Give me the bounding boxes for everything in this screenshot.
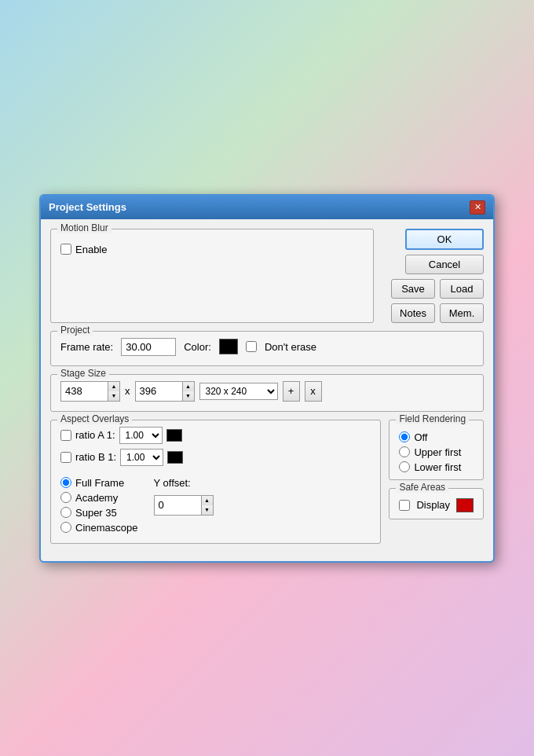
full-frame-row: Full Frame	[60, 477, 138, 489]
aspect-overlays-section: Aspect Overlays ratio A 1: 1.00 1.33 1.7…	[50, 420, 381, 544]
academy-row: Academy	[60, 492, 138, 504]
safe-areas-label: Safe Areas	[396, 482, 448, 493]
project-label: Project	[57, 325, 93, 336]
preset-dropdown[interactable]: 320 x 240 640 x 480 1280 x 720 1920 x 10…	[199, 383, 278, 400]
save-load-pair: Save Load	[391, 279, 484, 299]
height-arrows: ▲ ▼	[182, 381, 195, 402]
width-input[interactable]	[60, 381, 108, 402]
width-spinner: ▲ ▼	[60, 381, 120, 402]
dont-erase-label: Don't erase	[265, 341, 316, 353]
field-upper-label: Upper first	[414, 446, 461, 458]
aspect-overlays-label: Aspect Overlays	[57, 413, 132, 424]
safe-display-row: Display	[399, 498, 474, 512]
field-radio-group: Off Upper first Lower first	[399, 431, 474, 473]
width-arrows: ▲ ▼	[108, 381, 120, 402]
field-off-radio[interactable]	[399, 431, 410, 442]
frame-y-row: Full Frame Academy Super 35 Cinemas	[60, 471, 371, 534]
project-row: Frame rate: Color: Don't erase	[60, 338, 474, 356]
safe-color-swatch[interactable]	[456, 498, 474, 512]
load-button[interactable]: Load	[440, 279, 484, 299]
y-offset-down-arrow[interactable]: ▼	[202, 505, 213, 515]
width-up-arrow[interactable]: ▲	[108, 382, 119, 391]
enable-checkbox[interactable]	[60, 244, 71, 255]
field-off-label: Off	[414, 431, 427, 443]
color-label: Color:	[184, 341, 211, 353]
frame-rate-label: Frame rate:	[60, 341, 113, 353]
notes-button[interactable]: Notes	[391, 303, 435, 323]
motion-blur-label: Motion Blur	[57, 222, 112, 233]
remove-preset-button[interactable]: x	[305, 381, 322, 402]
super35-row: Super 35	[60, 507, 138, 519]
dont-erase-checkbox[interactable]	[246, 341, 257, 352]
color-swatch[interactable]	[219, 339, 238, 354]
super35-radio[interactable]	[60, 507, 71, 518]
field-rendering-section: Field Rendering Off Upper first Lower	[389, 420, 484, 480]
ratio-a-row: ratio A 1: 1.00 1.33 1.78	[60, 427, 371, 444]
dialog-body: Motion Blur Enable OK Cancel Save Load N…	[41, 219, 493, 561]
academy-radio[interactable]	[60, 492, 71, 503]
safe-display-label: Display	[416, 499, 450, 511]
stage-size-label: Stage Size	[57, 368, 109, 379]
motion-blur-section: Motion Blur Enable	[50, 229, 374, 323]
ratio-b-row: ratio B 1: 1.00 1.33 1.78	[60, 449, 371, 466]
project-section: Project Frame rate: Color: Don't erase	[50, 331, 484, 366]
field-rendering-label: Field Rendering	[396, 413, 469, 424]
ratio-b-dropdown[interactable]: 1.00 1.33 1.78	[120, 449, 163, 466]
x-separator: x	[125, 385, 130, 397]
safe-areas-section: Safe Areas Display	[389, 488, 484, 519]
stage-size-section: Stage Size ▲ ▼ x ▲ ▼	[50, 374, 484, 412]
buttons-column: OK Cancel Save Load Notes Mem.	[382, 229, 484, 331]
width-down-arrow[interactable]: ▼	[108, 391, 119, 401]
frame-rate-input[interactable]	[121, 338, 176, 356]
field-lower-label: Lower first	[414, 461, 461, 473]
save-button[interactable]: Save	[391, 279, 435, 299]
top-row: Motion Blur Enable OK Cancel Save Load N…	[50, 229, 484, 331]
y-offset-spinner: ▲ ▼	[154, 495, 214, 516]
ratio-a-swatch[interactable]	[166, 429, 182, 442]
cinemascope-row: Cinemascope	[60, 522, 138, 534]
y-offset-input[interactable]	[154, 495, 201, 516]
academy-label: Academy	[75, 492, 118, 504]
ratio-b-label: ratio B 1:	[75, 451, 116, 463]
field-upper-radio[interactable]	[399, 446, 410, 457]
ratio-a-dropdown[interactable]: 1.00 1.33 1.78	[119, 427, 163, 444]
safe-display-checkbox[interactable]	[399, 500, 410, 511]
enable-row: Enable	[60, 244, 364, 255]
project-settings-dialog: Project Settings ✕ Motion Blur Enable OK…	[39, 194, 495, 563]
bottom-row: Aspect Overlays ratio A 1: 1.00 1.33 1.7…	[50, 420, 484, 552]
ratio-a-label: ratio A 1:	[75, 429, 115, 441]
add-preset-button[interactable]: +	[283, 381, 300, 402]
right-column: Field Rendering Off Upper first Lower	[389, 420, 484, 552]
full-frame-label: Full Frame	[75, 477, 124, 489]
mem-button[interactable]: Mem.	[440, 303, 484, 323]
height-up-arrow[interactable]: ▲	[183, 382, 194, 391]
ratio-a-checkbox[interactable]	[60, 430, 71, 441]
field-off-row: Off	[399, 431, 474, 443]
close-button[interactable]: ✕	[470, 200, 485, 215]
height-input[interactable]	[135, 381, 182, 402]
dialog-title: Project Settings	[49, 201, 126, 213]
ok-button[interactable]: OK	[405, 229, 484, 250]
enable-label: Enable	[75, 244, 107, 255]
frame-options: Full Frame Academy Super 35 Cinemas	[60, 477, 138, 534]
cinemascope-radio[interactable]	[60, 522, 71, 533]
height-down-arrow[interactable]: ▼	[183, 391, 194, 401]
field-upper-row: Upper first	[399, 446, 474, 458]
y-offset-arrows: ▲ ▼	[201, 495, 214, 516]
y-offset-up-arrow[interactable]: ▲	[202, 496, 213, 505]
cinemascope-label: Cinemascope	[75, 522, 138, 534]
y-offset-label: Y offset:	[154, 477, 191, 489]
super35-label: Super 35	[75, 507, 117, 519]
title-bar: Project Settings ✕	[41, 196, 493, 219]
stage-row: ▲ ▼ x ▲ ▼ 320 x 240 640 x 480 1280 x 720	[60, 381, 474, 402]
notes-mem-pair: Notes Mem.	[391, 303, 484, 323]
field-lower-radio[interactable]	[399, 461, 410, 472]
full-frame-radio[interactable]	[60, 477, 71, 488]
ratio-b-checkbox[interactable]	[60, 452, 71, 463]
cancel-button[interactable]: Cancel	[405, 255, 484, 274]
ratio-b-swatch[interactable]	[167, 451, 183, 464]
y-offset-group: Y offset: ▲ ▼	[154, 477, 214, 534]
field-lower-row: Lower first	[399, 461, 474, 473]
height-spinner: ▲ ▼	[135, 381, 195, 402]
